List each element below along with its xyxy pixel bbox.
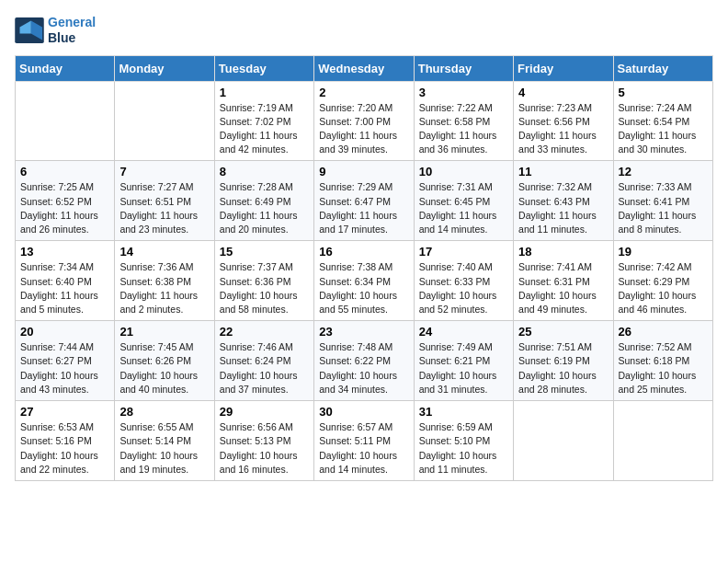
day-number: 19 [619,245,708,259]
calendar-cell [16,81,115,161]
calendar-cell: 30Sunrise: 6:57 AMSunset: 5:11 PMDayligh… [314,401,414,481]
day-number: 26 [619,325,708,339]
calendar-cell [115,81,214,161]
calendar-cell: 28Sunrise: 6:55 AMSunset: 5:14 PMDayligh… [115,401,214,481]
day-info: Sunrise: 7:33 AMSunset: 6:41 PMDaylight:… [619,180,708,236]
day-number: 27 [20,405,109,419]
day-number: 2 [319,86,408,99]
calendar-cell: 22Sunrise: 7:46 AMSunset: 6:24 PMDayligh… [214,321,313,401]
weekday-header-saturday: Saturday [613,55,712,81]
day-info: Sunrise: 7:44 AMSunset: 6:27 PMDaylight:… [20,340,109,396]
day-info: Sunrise: 7:24 AMSunset: 6:54 PMDaylight:… [619,101,708,157]
day-info: Sunrise: 7:22 AMSunset: 6:58 PMDaylight:… [419,101,508,157]
day-number: 25 [518,325,608,339]
day-info: Sunrise: 7:40 AMSunset: 6:33 PMDaylight:… [419,260,508,316]
day-number: 14 [119,245,209,259]
calendar-cell: 14Sunrise: 7:36 AMSunset: 6:38 PMDayligh… [115,241,214,321]
day-number: 12 [619,165,708,178]
weekday-header-friday: Friday [514,55,613,81]
calendar-cell: 24Sunrise: 7:49 AMSunset: 6:21 PMDayligh… [414,321,513,401]
day-number: 9 [319,165,408,178]
calendar-table: SundayMondayTuesdayWednesdayThursdayFrid… [15,55,713,481]
day-number: 18 [518,245,608,259]
page-header: General Blue [15,15,713,46]
logo-text: General Blue [48,15,96,46]
day-info: Sunrise: 7:46 AMSunset: 6:24 PMDaylight:… [220,340,309,396]
day-info: Sunrise: 7:29 AMSunset: 6:47 PMDaylight:… [319,180,408,236]
day-number: 7 [119,165,209,178]
day-number: 29 [220,405,309,419]
day-number: 3 [419,86,508,99]
day-number: 6 [20,165,109,178]
calendar-week-4: 20Sunrise: 7:44 AMSunset: 6:27 PMDayligh… [16,321,713,401]
calendar-cell: 16Sunrise: 7:38 AMSunset: 6:34 PMDayligh… [314,241,414,321]
logo-icon [15,17,44,43]
day-number: 13 [20,245,109,259]
calendar-cell: 19Sunrise: 7:42 AMSunset: 6:29 PMDayligh… [613,241,712,321]
calendar-week-1: 1Sunrise: 7:19 AMSunset: 7:02 PMDaylight… [16,81,713,161]
day-info: Sunrise: 7:32 AMSunset: 6:43 PMDaylight:… [518,180,608,236]
calendar-cell: 20Sunrise: 7:44 AMSunset: 6:27 PMDayligh… [16,321,115,401]
weekday-header-thursday: Thursday [414,55,513,81]
day-info: Sunrise: 7:52 AMSunset: 6:18 PMDaylight:… [619,340,708,396]
calendar-cell: 10Sunrise: 7:31 AMSunset: 6:45 PMDayligh… [414,161,513,241]
weekday-header-tuesday: Tuesday [214,55,313,81]
calendar-cell: 31Sunrise: 6:59 AMSunset: 5:10 PMDayligh… [414,401,513,481]
calendar-week-5: 27Sunrise: 6:53 AMSunset: 5:16 PMDayligh… [16,401,713,481]
day-number: 23 [319,325,408,339]
day-number: 1 [220,86,309,99]
day-info: Sunrise: 7:23 AMSunset: 6:56 PMDaylight:… [518,101,608,157]
calendar-cell: 3Sunrise: 7:22 AMSunset: 6:58 PMDaylight… [414,81,513,161]
day-number: 8 [220,165,309,178]
calendar-cell: 4Sunrise: 7:23 AMSunset: 6:56 PMDaylight… [514,81,613,161]
day-info: Sunrise: 7:25 AMSunset: 6:52 PMDaylight:… [20,180,109,236]
calendar-cell: 6Sunrise: 7:25 AMSunset: 6:52 PMDaylight… [16,161,115,241]
day-number: 11 [518,165,608,178]
day-info: Sunrise: 6:57 AMSunset: 5:11 PMDaylight:… [319,420,408,477]
day-info: Sunrise: 7:48 AMSunset: 6:22 PMDaylight:… [319,340,408,396]
calendar-cell: 27Sunrise: 6:53 AMSunset: 5:16 PMDayligh… [16,401,115,481]
calendar-cell: 8Sunrise: 7:28 AMSunset: 6:49 PMDaylight… [214,161,313,241]
day-info: Sunrise: 6:53 AMSunset: 5:16 PMDaylight:… [20,420,109,477]
weekday-header-wednesday: Wednesday [314,55,414,81]
calendar-cell: 13Sunrise: 7:34 AMSunset: 6:40 PMDayligh… [16,241,115,321]
calendar-cell: 7Sunrise: 7:27 AMSunset: 6:51 PMDaylight… [115,161,214,241]
calendar-cell [613,401,712,481]
calendar-cell: 9Sunrise: 7:29 AMSunset: 6:47 PMDaylight… [314,161,414,241]
calendar-cell: 25Sunrise: 7:51 AMSunset: 6:19 PMDayligh… [514,321,613,401]
calendar-cell: 2Sunrise: 7:20 AMSunset: 7:00 PMDaylight… [314,81,414,161]
day-number: 28 [119,405,209,419]
day-info: Sunrise: 7:27 AMSunset: 6:51 PMDaylight:… [119,180,209,236]
day-number: 24 [419,325,508,339]
day-number: 5 [619,86,708,99]
calendar-cell: 12Sunrise: 7:33 AMSunset: 6:41 PMDayligh… [613,161,712,241]
day-number: 10 [419,165,508,178]
day-info: Sunrise: 7:49 AMSunset: 6:21 PMDaylight:… [419,340,508,396]
day-info: Sunrise: 7:31 AMSunset: 6:45 PMDaylight:… [419,180,508,236]
day-info: Sunrise: 6:59 AMSunset: 5:10 PMDaylight:… [419,420,508,477]
calendar-cell: 11Sunrise: 7:32 AMSunset: 6:43 PMDayligh… [514,161,613,241]
day-info: Sunrise: 7:20 AMSunset: 7:00 PMDaylight:… [319,101,408,157]
calendar-cell: 29Sunrise: 6:56 AMSunset: 5:13 PMDayligh… [214,401,313,481]
day-number: 15 [220,245,309,259]
calendar-week-3: 13Sunrise: 7:34 AMSunset: 6:40 PMDayligh… [16,241,713,321]
day-info: Sunrise: 7:42 AMSunset: 6:29 PMDaylight:… [619,260,708,316]
calendar-week-2: 6Sunrise: 7:25 AMSunset: 6:52 PMDaylight… [16,161,713,241]
day-number: 17 [419,245,508,259]
day-info: Sunrise: 7:41 AMSunset: 6:31 PMDaylight:… [518,260,608,316]
calendar-cell: 5Sunrise: 7:24 AMSunset: 6:54 PMDaylight… [613,81,712,161]
day-info: Sunrise: 7:45 AMSunset: 6:26 PMDaylight:… [119,340,209,396]
calendar-cell: 1Sunrise: 7:19 AMSunset: 7:02 PMDaylight… [214,81,313,161]
day-number: 4 [518,86,608,99]
day-number: 20 [20,325,109,339]
calendar-cell: 18Sunrise: 7:41 AMSunset: 6:31 PMDayligh… [514,241,613,321]
day-info: Sunrise: 7:36 AMSunset: 6:38 PMDaylight:… [119,260,209,316]
day-number: 22 [220,325,309,339]
calendar-cell: 17Sunrise: 7:40 AMSunset: 6:33 PMDayligh… [414,241,513,321]
weekday-header-monday: Monday [115,55,214,81]
day-info: Sunrise: 7:28 AMSunset: 6:49 PMDaylight:… [220,180,309,236]
day-info: Sunrise: 7:38 AMSunset: 6:34 PMDaylight:… [319,260,408,316]
calendar-cell: 15Sunrise: 7:37 AMSunset: 6:36 PMDayligh… [214,241,313,321]
logo: General Blue [15,15,96,46]
day-info: Sunrise: 6:56 AMSunset: 5:13 PMDaylight:… [220,420,309,477]
